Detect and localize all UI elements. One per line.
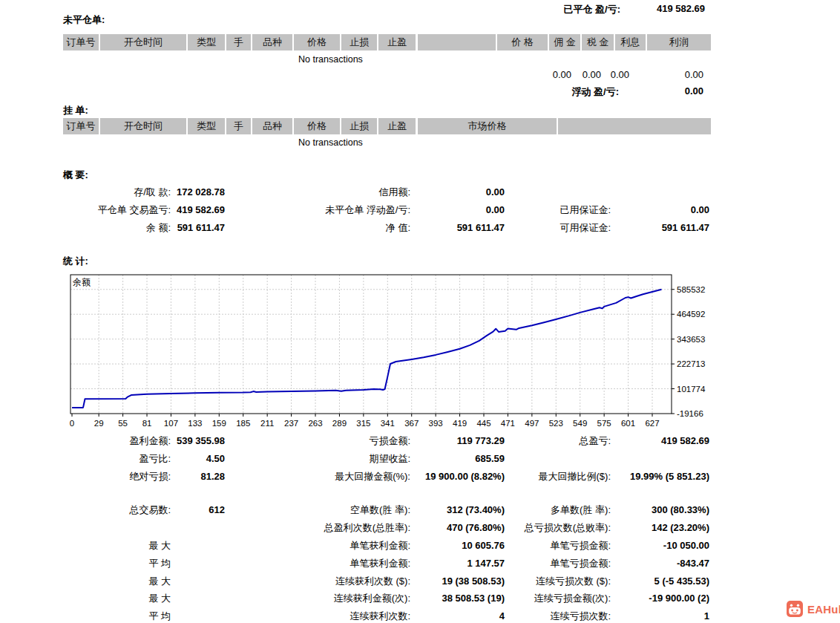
col-swap: 利息 (615, 34, 646, 50)
col-order: 订单号 (63, 34, 99, 50)
svg-text:107: 107 (164, 419, 178, 428)
svg-text:0: 0 (70, 419, 74, 428)
svg-text:367: 367 (404, 419, 419, 428)
total-net-profit-value: 419 582.69 (607, 434, 709, 448)
col-price: 价格 (294, 118, 340, 134)
equity-label: 净 值: (260, 221, 410, 235)
svg-text:133: 133 (188, 419, 202, 428)
free-margin-label: 可用保证金: (475, 221, 611, 235)
max-consecutive-loss-value: -19 900.00 (2) (607, 592, 709, 605)
profit-trades-label: 总盈利次数(总胜率): (260, 521, 410, 535)
svg-text:159: 159 (212, 419, 226, 428)
balance-chart: 0295581107133159185211237263289315341367… (0, 269, 840, 438)
margin-label: 已用保证金: (475, 203, 611, 217)
swap-total: 0.00 (591, 69, 629, 80)
margin-value: 0.00 (607, 203, 709, 217)
max-consecutive-loss-label: 连续亏损金额(次): (475, 592, 611, 605)
col-order: 订单号 (63, 118, 99, 134)
stats-row: 最 大 单笔获利金额: 10 605.76 单笔亏损金额: -10 050.00 (0, 539, 840, 552)
stats-row: 盈亏比: 4.50 期望收益: 685.59 (0, 452, 840, 466)
eahub-logo-text: EAHub (807, 603, 840, 616)
avg-consecutive-losses-value: 1 (607, 610, 709, 623)
loss-trades-value: 142 (23.20%) (607, 521, 709, 535)
stats-row: 绝对亏损: 81.28 最大回撤金额(%): 19 900.00 (8.82%)… (0, 470, 840, 483)
col-symbol: 品种 (252, 34, 292, 50)
floating-pl-value: 0.00 (607, 85, 703, 97)
closed-trade-pl-value: 419 582.69 (136, 203, 225, 217)
total-trades-value: 612 (136, 503, 225, 517)
statistics-title: 统 计: (63, 255, 88, 268)
svg-text:343653: 343653 (677, 335, 705, 344)
col-open-time: 开仓时间 (100, 34, 186, 50)
svg-text:222713: 222713 (677, 359, 705, 368)
largest-profit-trade-label: 单笔获利金额: (260, 539, 410, 552)
svg-text:627: 627 (645, 419, 659, 428)
pending-orders-header-row: 订单号 开仓时间 类型 手 品种 价格 止损 止盈 市场价格 (63, 118, 711, 134)
col-commission: 佣 金 (549, 34, 580, 50)
closed-pl-label: 已平仓 盈/亏: (475, 3, 620, 16)
profit-factor-value: 4.50 (136, 452, 225, 466)
eahub-logo: EAHub (787, 600, 840, 618)
svg-text:101774: 101774 (677, 385, 706, 394)
svg-text:575: 575 (597, 419, 611, 428)
col-sl: 止损 (341, 34, 377, 50)
svg-text:585532: 585532 (677, 285, 705, 294)
col-lots: 手 (226, 34, 251, 50)
svg-text:471: 471 (501, 419, 515, 428)
col-tp: 止盈 (378, 34, 416, 50)
col-symbol: 品种 (252, 118, 292, 134)
pending-orders-title: 挂 单: (63, 104, 88, 117)
average-prefix: 平 均 (30, 557, 171, 570)
trade-report-page: 已平仓 盈/亏: 419 582.69 未平仓单: 订单号 开仓时间 类型 手 … (0, 0, 840, 623)
svg-text:81: 81 (142, 419, 152, 428)
svg-text:445: 445 (476, 419, 490, 428)
avg-consecutive-wins-label: 连续获利次数: (260, 610, 410, 623)
max-prefix: 最 大 (30, 575, 171, 588)
open-trades-header-row: 订单号 开仓时间 类型 手 品种 价格 止损 止盈 价 格 佣 金 税 金 利息… (63, 34, 711, 50)
total-net-profit-label: 总盈亏: (475, 434, 611, 448)
average-profit-trade-label: 单笔获利金额: (260, 557, 410, 570)
credit-label: 信用额: (260, 186, 410, 199)
max-consecutive-wins-label: 连续获利次数 ($): (260, 575, 410, 588)
largest-loss-trade-value: -10 050.00 (607, 539, 709, 552)
balance-chart-svg: 0295581107133159185211237263289315341367… (0, 269, 840, 436)
max-consecutive-losses-value: 5 (-5 435.53) (607, 575, 709, 588)
relative-drawdown-value: 19.99% (5 851.23) (607, 470, 709, 483)
loss-trades-label: 总亏损次数(总败率): (475, 521, 611, 535)
stats-row: 总交易数: 612 空单数(胜 率): 312 (73.40%) 多单数(胜 率… (0, 503, 840, 517)
expected-payoff-value: 685.59 (404, 452, 505, 466)
maximal-drawdown-label: 最大回撤金额(%): (260, 470, 410, 483)
eahub-robot-icon (787, 601, 803, 617)
floating-open-pl-label: 未平仓单 浮动盈/亏: (260, 203, 410, 217)
summary-title: 概 要: (63, 169, 88, 182)
pending-no-transactions: No transactions (298, 137, 363, 148)
col-type: 类型 (188, 118, 225, 134)
stats-row: 最 大 连续获利次数 ($): 19 (38 508.53) 连续亏损次数 ($… (0, 575, 840, 588)
svg-text:237: 237 (284, 419, 298, 428)
svg-text:523: 523 (549, 419, 563, 428)
svg-text:-19166: -19166 (677, 409, 703, 418)
svg-text:315: 315 (356, 419, 370, 428)
svg-text:55: 55 (118, 419, 128, 428)
stats-row: 平 均 单笔获利金额: 1 147.57 单笔亏损金额: -843.47 (0, 557, 840, 570)
svg-text:393: 393 (429, 419, 443, 428)
col-market-price: 市场价格 (418, 118, 557, 134)
svg-text:289: 289 (332, 419, 347, 428)
floating-pl-label: 浮动 盈/亏: (512, 85, 619, 99)
col-tp: 止盈 (378, 118, 416, 134)
col-taxes: 税 金 (582, 34, 614, 50)
average-loss-trade-label: 单笔亏损金额: (475, 557, 611, 570)
long-positions-value: 300 (80.33%) (607, 503, 709, 517)
free-margin-value: 591 611.47 (607, 221, 709, 235)
largest-loss-trade-label: 单笔亏损金额: (475, 539, 611, 552)
svg-text:549: 549 (573, 419, 587, 428)
open-trades-title: 未平仓单: (63, 13, 105, 27)
col-blank (558, 118, 711, 134)
svg-text:29: 29 (94, 419, 104, 428)
balance-value: 591 611.47 (136, 221, 225, 235)
credit-value: 0.00 (404, 186, 505, 199)
short-positions-label: 空单数(胜 率): (260, 503, 410, 517)
stats-row: 总盈利次数(总胜率): 470 (76.80%) 总亏损次数(总败率): 142… (0, 521, 840, 535)
svg-text:263: 263 (308, 419, 322, 428)
col-profit: 利润 (647, 34, 711, 50)
